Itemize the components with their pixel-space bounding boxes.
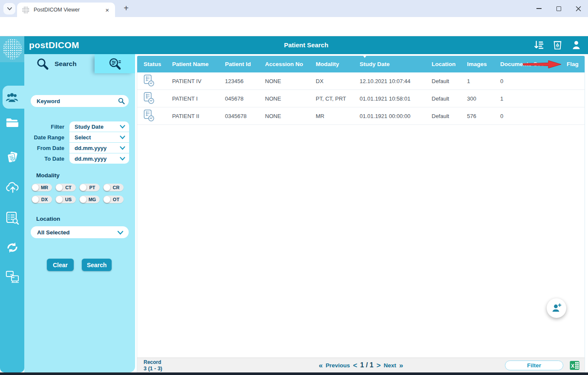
column-header-patient-id[interactable]: Patient Id <box>225 61 265 67</box>
cell-accession-no: NONE <box>265 95 316 102</box>
toggle-knob <box>32 184 39 191</box>
postdicom-favicon <box>22 6 29 14</box>
next-page-button[interactable]: Next <box>383 362 396 369</box>
keyword-search-icon[interactable] <box>118 98 125 104</box>
column-header-flag[interactable]: Flag <box>567 61 585 67</box>
table-footer: Record 3 (1 - 3) « Previous < 1 / 1 > Ne… <box>137 358 585 372</box>
trash-icon[interactable] <box>552 39 563 51</box>
filter-select[interactable]: Study Date <box>69 121 129 132</box>
browser-tab[interactable]: PostDICOM Viewer × <box>17 3 115 17</box>
sidebar-item-folders[interactable] <box>6 116 19 130</box>
window-close-button[interactable] <box>568 0 588 17</box>
modality-toggles: MR CT PT CR DX US MG OT <box>32 184 128 203</box>
tab-basic-search[interactable]: Search <box>24 54 95 73</box>
filter-value: Study Date <box>75 124 104 130</box>
tab-advanced-search[interactable] <box>95 54 135 73</box>
location-select[interactable]: All Selected <box>31 226 129 238</box>
tab-search-button[interactable] <box>3 3 15 14</box>
modality-toggle-mg[interactable]: MG <box>79 196 100 203</box>
search-tab-label: Search <box>55 60 77 68</box>
last-page-icon[interactable]: » <box>399 362 403 369</box>
modality-toggle-label: PT <box>89 185 95 190</box>
sidebar-item-share[interactable] <box>6 270 19 283</box>
study-status-icon <box>144 74 154 87</box>
to-date-select[interactable]: dd.mm.yyyy <box>69 153 129 164</box>
filter-row: Filter Study Date <box>28 121 129 132</box>
column-header-accession-no[interactable]: Accession No <box>265 61 316 67</box>
brand-logo-tile <box>0 36 24 62</box>
cell-patient-id: 0345678 <box>225 113 265 119</box>
study-status-icon <box>144 92 154 104</box>
column-header-study-date[interactable]: Study Date <box>360 61 432 67</box>
previous-page-button[interactable]: Previous <box>326 362 350 369</box>
page-title: Patient Search <box>24 41 588 49</box>
table-row[interactable]: PATIENT II 0345678 NONE MR 01.01.1921 00… <box>137 107 585 125</box>
date-range-value: Select <box>75 134 91 141</box>
new-tab-button[interactable]: + <box>121 3 131 14</box>
modality-toggle-dx[interactable]: DX <box>32 196 52 203</box>
sidebar-item-sync[interactable] <box>6 241 19 254</box>
modality-toggle-mr[interactable]: MR <box>32 184 52 191</box>
sidebar-item-records[interactable] <box>6 150 19 164</box>
chevron-down-icon <box>7 7 12 11</box>
cell-modality: PT, CT, PRT <box>316 95 360 102</box>
modality-toggle-ot[interactable]: OT <box>103 196 124 203</box>
advanced-search-icon <box>108 57 122 71</box>
keyword-input[interactable] <box>31 95 129 107</box>
table-body: PATIENT IV 123456 NONE DX 12.10.2021 10:… <box>137 72 585 358</box>
user-icon[interactable] <box>571 39 582 51</box>
export-excel-icon[interactable]: X <box>570 361 579 370</box>
cell-study-date: 01.01.1921 10:58:01 <box>360 95 432 102</box>
add-patient-button[interactable] <box>547 298 566 318</box>
column-header-status[interactable]: Status <box>144 61 172 67</box>
table-header-row: Status Patient Name Patient Id Accession… <box>137 56 585 72</box>
study-status-icon <box>144 109 154 122</box>
annotation-arrow <box>523 60 564 69</box>
modality-toggle-label: DX <box>41 197 48 202</box>
from-date-label: From Date <box>28 145 69 151</box>
clear-button[interactable]: Clear <box>47 259 74 271</box>
modality-toggle-label: CT <box>65 185 72 190</box>
tab-close-icon[interactable]: × <box>104 6 111 14</box>
filter-label: Filter <box>28 124 69 130</box>
sidebar-item-search-list[interactable] <box>6 211 19 225</box>
add-user-icon <box>551 303 562 314</box>
page-indicator: 1 / 1 <box>360 361 373 369</box>
prev-page-icon[interactable]: < <box>353 362 357 369</box>
from-date-select[interactable]: dd.mm.yyyy <box>69 143 129 153</box>
footer-filter-button[interactable]: Filter <box>505 361 563 370</box>
table-row[interactable]: PATIENT IV 123456 NONE DX 12.10.2021 10:… <box>137 72 585 90</box>
search-tab-icon <box>36 58 49 70</box>
chevron-down-icon <box>120 136 125 139</box>
sidebar-item-patients[interactable] <box>5 91 19 104</box>
column-header-images[interactable]: Images <box>467 61 500 67</box>
sidebar-item-cloud-upload[interactable] <box>6 180 20 194</box>
search-button[interactable]: Search <box>82 259 112 271</box>
sort-icon[interactable] <box>533 39 545 51</box>
column-header-modality[interactable]: Modality <box>316 61 360 67</box>
modality-toggle-cr[interactable]: CR <box>103 184 124 191</box>
chevron-down-icon <box>120 157 125 161</box>
cell-accession-no: NONE <box>265 113 316 119</box>
sidebar <box>0 54 24 372</box>
modality-label: Modality <box>36 172 60 179</box>
filter-row: From Date dd.mm.yyyy <box>28 143 129 153</box>
window-minimize-button[interactable] <box>529 0 549 17</box>
column-header-location[interactable]: Location <box>432 61 467 67</box>
next-page-icon[interactable]: > <box>376 362 380 369</box>
date-range-select[interactable]: Select <box>69 132 129 142</box>
window-maximize-button[interactable] <box>549 0 568 17</box>
modality-toggle-ct[interactable]: CT <box>55 184 76 191</box>
modality-toggle-us[interactable]: US <box>55 196 76 203</box>
cell-accession-no: NONE <box>265 78 316 84</box>
table-row[interactable]: PATIENT I 045678 NONE PT, CT, PRT 01.01.… <box>137 90 585 107</box>
cell-patient-id: 045678 <box>225 95 265 102</box>
toggle-knob <box>104 184 110 191</box>
close-icon <box>576 6 581 12</box>
first-page-icon[interactable]: « <box>319 362 323 369</box>
browser-tab-strip: PostDICOM Viewer × + <box>0 0 588 17</box>
column-header-patient-name[interactable]: Patient Name <box>172 61 225 67</box>
cell-documents-count: 0 <box>500 78 567 84</box>
maximize-icon <box>556 6 561 11</box>
modality-toggle-pt[interactable]: PT <box>79 184 100 191</box>
